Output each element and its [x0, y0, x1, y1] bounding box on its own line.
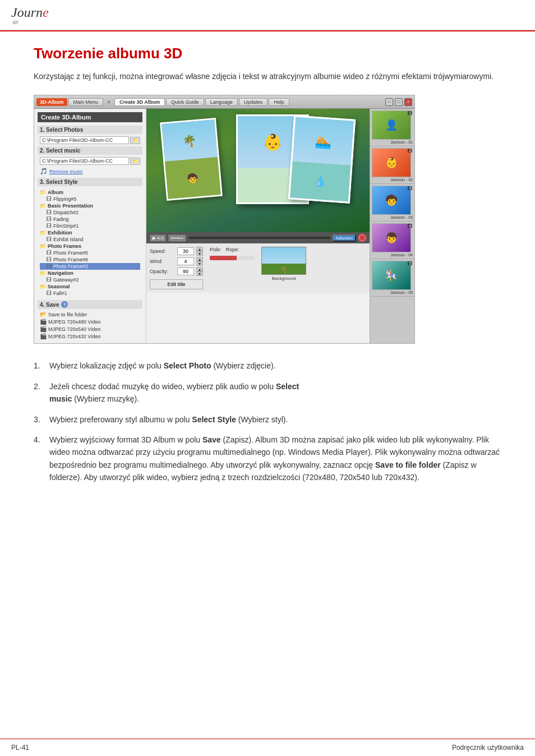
film-icon7: 🎞 — [47, 257, 52, 262]
fullscreen-button[interactable]: fullscreen — [333, 234, 356, 242]
style-basicpresentation[interactable]: 📁 Basic Presentation — [40, 202, 140, 209]
instruction-2: 2. Jeżeli chcesz dodać muzykę do wideo, … — [34, 380, 501, 405]
style-photoframe2[interactable]: 🎞 Photo Frame#2 — [40, 263, 140, 270]
instruction-1: 1. Wybierz lokalizację zdjęć w polu Sele… — [34, 359, 501, 372]
wind-up-button[interactable]: ▲ — [196, 257, 203, 261]
opacity-down-button[interactable]: ▼ — [196, 271, 203, 276]
tab-3dalbum[interactable]: 3D-Album — [36, 98, 67, 106]
rewind-button[interactable]: ⟵⟵ — [168, 234, 186, 242]
preview-area: 🌴 🧒 👶 🏊 💧 — [146, 109, 370, 232]
thumbnail-1: 👤 — [372, 110, 411, 140]
opacity-label: Opacity: — [150, 269, 175, 274]
save-mjpeg480-option[interactable]: 🎬 MJPEG 720x480 Video — [38, 318, 142, 325]
progress-slider[interactable] — [188, 237, 330, 239]
video-icon3: 🎬 — [40, 333, 47, 339]
style-navigation-label: Navigation — [48, 270, 73, 276]
instructions: 1. Wybierz lokalizację zdjęć w polu Sele… — [34, 359, 501, 483]
folder-icon: 📁 — [40, 190, 46, 195]
list-item[interactable]: 👤 1 Jackson - 01 — [370, 109, 414, 146]
style-fall1[interactable]: 🎞 Fall#1 — [40, 290, 140, 297]
speed-down-button[interactable]: ▼ — [196, 251, 203, 256]
save-mjpeg432-option[interactable]: 🎬 MJPEG 720x432 Video — [38, 333, 142, 340]
style-flipping5[interactable]: 🎞 Flipping#5 — [40, 196, 140, 202]
tab-mainmenu[interactable]: Main Menu — [68, 98, 104, 106]
footer-left: PL-41 — [11, 744, 29, 752]
remove-music-label[interactable]: Remove music — [49, 169, 83, 174]
tab-quickguide[interactable]: Quick Guide — [166, 98, 204, 106]
style-filmstrip1-label: FilmStrip#1 — [53, 223, 79, 229]
tab-help[interactable]: Help — [269, 98, 289, 106]
film-icon: 🎞 — [47, 196, 52, 202]
tab-create[interactable]: Create 3D Album — [114, 98, 165, 106]
style-dispatch2[interactable]: 🎞 Dispatch#2 — [40, 209, 140, 216]
film-icon4: 🎞 — [47, 223, 52, 229]
tab-updates[interactable]: Updates — [239, 98, 268, 106]
minimize-button[interactable]: − — [385, 98, 393, 106]
wind-row: Wind: ▲ ▼ — [150, 257, 203, 266]
thumbnail-label-5: Jackson - 05 — [372, 291, 413, 294]
list-item[interactable]: 🧒 3 Jackson - 03 — [370, 184, 414, 222]
opacity-input[interactable] — [177, 268, 194, 275]
intro-text: Korzystając z tej funkcji, można integro… — [34, 70, 501, 82]
speed-label: Speed: — [150, 248, 175, 254]
help-icon[interactable]: ? — [61, 301, 68, 308]
style-album[interactable]: 📁 Album — [40, 189, 140, 196]
style-exhibitisland[interactable]: 🎞 Exhibit Island — [40, 236, 140, 243]
style-photoframes[interactable]: 📁 Photo Frames — [40, 243, 140, 250]
thumbnail-label-4: Jackson - 04 — [372, 253, 413, 257]
instruction-3: 3. Wybierz preferowany styl albumu w pol… — [34, 413, 501, 426]
logo-sub: air — [12, 19, 19, 25]
save-mjpeg540-option[interactable]: 🎬 MJPEG 720x540 Video — [38, 325, 142, 333]
tab-language[interactable]: Language — [205, 98, 238, 106]
style-seasonal[interactable]: 📁 Seasonal — [40, 283, 140, 290]
app-body: Create 3D-Album 1. Select Photos C:\Prog… — [34, 109, 414, 343]
thumbnail-num-5: 5 — [408, 261, 412, 265]
play-button[interactable]: ▶ 4:3 — [150, 234, 166, 242]
style-basicpresentation-label: Basic Presentation — [48, 203, 93, 209]
thumbnail-num-3: 3 — [408, 186, 412, 190]
style-navigation[interactable]: 📁 Navigation — [40, 270, 140, 276]
style-photoframe2-label: Photo Frame#2 — [53, 264, 88, 269]
edit-title-button[interactable]: Edit title — [150, 279, 203, 289]
remove-music-row: 🎵 Remove music — [38, 167, 142, 176]
folder-icon6: 📁 — [40, 284, 46, 289]
speed-input[interactable] — [177, 247, 194, 255]
film-icon5: 🎞 — [47, 237, 52, 242]
photo-path-text: C:\Program Files\3D-Album-CC — [40, 136, 129, 144]
style-exhibitisland-label: Exhibit Island — [53, 237, 84, 242]
style-photoframe6[interactable]: 🎞 Photo Frame#6 — [40, 256, 140, 263]
save-section: 4. Save ? 📂 Save to file folder 🎬 MJPEG … — [38, 300, 142, 340]
inst-num-1: 1. — [34, 359, 45, 372]
style-filmstrip1[interactable]: 🎞 FilmStrip#1 — [40, 223, 140, 229]
thumbnail-4: 👦 — [372, 223, 411, 252]
wind-down-button[interactable]: ▼ — [196, 261, 203, 266]
style-exhibition[interactable]: 📁 Exhibition — [40, 229, 140, 236]
thumbnail-5: 🎠 — [372, 261, 411, 290]
folder-save-icon: 📂 — [40, 311, 47, 317]
maximize-button[interactable]: □ — [395, 98, 403, 106]
photo-browse-button[interactable]: 📁 — [130, 137, 140, 144]
folder-icon3: 📁 — [40, 230, 46, 236]
style-fading[interactable]: 🎞 Fading — [40, 216, 140, 223]
speed-up-button[interactable]: ▲ — [196, 247, 203, 251]
thumbnail-num-4: 4 — [408, 224, 412, 228]
style-photoframe5[interactable]: 🎞 Photo Frame#5 — [40, 250, 140, 256]
record-button[interactable] — [358, 234, 366, 242]
folder-icon5: 📁 — [40, 270, 46, 276]
inst-num-4: 4. — [34, 434, 45, 484]
preview-controls: ▶ 4:3 ⟵⟵ fullscreen — [146, 232, 370, 243]
save-to-folder-option[interactable]: 📂 Save to file folder — [38, 311, 142, 318]
list-item[interactable]: 🎠 5 Jackson - 05 — [370, 259, 414, 297]
film-icon2: 🎞 — [47, 210, 52, 215]
list-item[interactable]: 👦 4 Jackson - 04 — [370, 222, 414, 259]
rope-label: Rope: — [226, 247, 239, 252]
opacity-up-button[interactable]: ▲ — [196, 267, 203, 271]
wind-input[interactable] — [177, 257, 194, 265]
rope-slider[interactable] — [210, 256, 255, 260]
film-icon9: 🎞 — [47, 277, 52, 283]
style-gateway2[interactable]: 🎞 Gateway#2 — [40, 276, 140, 283]
music-browse-button[interactable]: 📁 — [130, 158, 140, 165]
close-button[interactable]: × — [404, 98, 412, 106]
chevron-icon: » — [104, 99, 113, 105]
list-item[interactable]: 👶 2 Jackson - 02 — [370, 146, 414, 184]
